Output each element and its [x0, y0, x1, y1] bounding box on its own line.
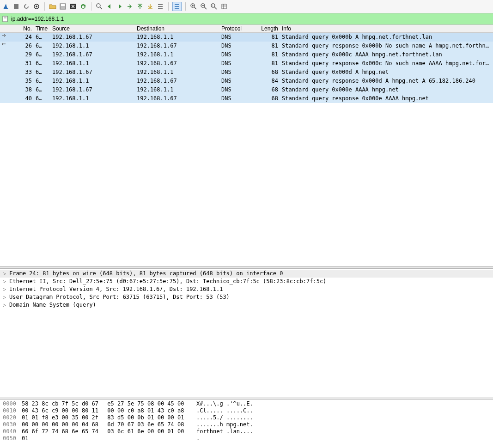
reload-file-icon[interactable]	[79, 2, 87, 11]
svg-rect-0	[14, 4, 18, 9]
col-header-no[interactable]: No.	[0, 25, 34, 32]
packet-row[interactable]: 316…192.168.1.1192.168.1.67DNS81Standard…	[0, 59, 493, 68]
tree-item[interactable]: ▷Ethernet II, Src: Dell_27:5e:75 (d0:67:…	[0, 278, 493, 285]
packet-details-pane[interactable]: ▷Frame 24: 81 bytes on wire (648 bits), …	[0, 269, 493, 397]
tree-item-label: Domain Name System (query)	[9, 301, 96, 309]
svg-point-6	[97, 4, 100, 7]
shark-fin-icon[interactable]	[2, 2, 10, 11]
tree-item[interactable]: ▷User Datagram Protocol, Src Port: 63715…	[0, 293, 493, 301]
col-header-destination[interactable]: Destination	[135, 25, 219, 32]
tree-item-label: User Datagram Protocol, Src Port: 63715 …	[9, 293, 230, 301]
tree-item[interactable]: ▷Internet Protocol Version 4, Src: 192.1…	[0, 285, 493, 293]
find-packet-icon[interactable]	[95, 2, 103, 11]
tree-item-label: Frame 24: 81 bytes on wire (648 bits), 8…	[9, 270, 283, 278]
filter-bookmark-icon[interactable]	[2, 16, 8, 22]
colorize-icon[interactable]	[172, 2, 182, 11]
zoom-in-icon[interactable]	[189, 2, 198, 11]
packet-row[interactable]: 296…192.168.1.67192.168.1.1DNS81Standard…	[0, 50, 493, 59]
expand-triangle-icon[interactable]: ▷	[3, 278, 7, 285]
auto-scroll-icon[interactable]	[156, 2, 164, 11]
go-first-icon[interactable]	[136, 2, 144, 11]
col-header-protocol[interactable]: Protocol	[219, 25, 251, 32]
packet-row[interactable]: 336…192.168.1.67192.168.1.1DNS68Standard…	[0, 68, 493, 77]
packet-row[interactable]: 356…192.168.1.1192.168.1.67DNS84Standard…	[0, 77, 493, 85]
col-header-time[interactable]: Time	[34, 25, 50, 32]
packet-row[interactable]: 386…192.168.1.67192.168.1.1DNS68Standard…	[0, 85, 493, 94]
packet-list-pane[interactable]: No. Time Source Destination Protocol Len…	[0, 25, 493, 266]
restart-capture-icon[interactable]	[22, 2, 30, 11]
svg-point-2	[36, 6, 37, 7]
svg-rect-4	[61, 4, 65, 6]
expand-triangle-icon[interactable]: ▷	[3, 301, 7, 309]
expand-triangle-icon[interactable]: ▷	[3, 270, 7, 278]
go-back-icon[interactable]	[105, 2, 114, 11]
hex-line[interactable]: 004066 6f 72 74 68 6e 65 74 03 6c 61 6e …	[3, 428, 490, 435]
go-forward-icon[interactable]	[116, 2, 124, 11]
tree-item[interactable]: ▷Frame 24: 81 bytes on wire (648 bits), …	[0, 270, 493, 278]
tree-item[interactable]: ▷Domain Name System (query)	[0, 301, 493, 309]
packet-row[interactable]: 266…192.168.1.1192.168.1.67DNS81Standard…	[0, 42, 493, 50]
hex-line[interactable]: 001000 43 6c c9 00 00 80 11 00 00 c0 a8 …	[3, 407, 490, 414]
hex-line[interactable]: 000058 23 8c cb 7f 5c d0 67 e5 27 5e 75 …	[3, 400, 490, 407]
display-filter-bar	[0, 13, 493, 25]
expand-triangle-icon[interactable]: ▷	[3, 293, 7, 301]
col-header-info[interactable]: Info	[280, 25, 493, 32]
col-header-length[interactable]: Length	[251, 25, 280, 32]
packet-row[interactable]: 246…192.168.1.67192.168.1.1DNS81Standard…	[0, 33, 493, 42]
go-to-packet-icon[interactable]	[126, 2, 134, 11]
main-toolbar: 1	[0, 0, 493, 13]
zoom-out-icon[interactable]	[200, 2, 208, 11]
tree-item-label: Internet Protocol Version 4, Src: 192.16…	[9, 285, 223, 293]
hex-line[interactable]: 002001 01 f8 e3 00 35 00 2f 83 d5 00 0b …	[3, 414, 490, 421]
col-header-source[interactable]: Source	[50, 25, 135, 32]
stop-capture-icon[interactable]	[12, 2, 20, 11]
packet-bytes-pane[interactable]: 000058 23 8c cb 7f 5c d0 67 e5 27 5e 75 …	[0, 400, 493, 448]
hex-line[interactable]: 003000 00 00 00 00 00 04 68 6d 70 67 03 …	[3, 421, 490, 428]
packet-row[interactable]: 406…192.168.1.1192.168.1.67DNS68Standard…	[0, 94, 493, 103]
capture-options-icon[interactable]	[32, 2, 41, 11]
packet-list-header: No. Time Source Destination Protocol Len…	[0, 25, 493, 33]
open-file-icon[interactable]	[49, 2, 57, 11]
svg-text:1: 1	[212, 4, 213, 7]
save-file-icon[interactable]	[59, 2, 67, 11]
expand-triangle-icon[interactable]: ▷	[3, 285, 7, 293]
hex-line[interactable]: 005001 .	[3, 435, 490, 442]
tree-item-label: Ethernet II, Src: Dell_27:5e:75 (d0:67:e…	[9, 278, 326, 285]
zoom-reset-icon[interactable]: 1	[210, 2, 218, 11]
display-filter-input[interactable]	[10, 15, 491, 23]
close-file-icon[interactable]	[69, 2, 77, 11]
go-last-icon[interactable]	[146, 2, 154, 11]
resize-columns-icon[interactable]	[220, 2, 228, 11]
